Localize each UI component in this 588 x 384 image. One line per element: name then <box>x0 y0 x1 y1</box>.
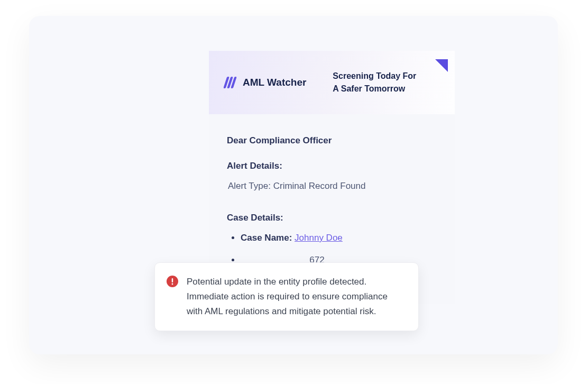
tagline-line-1: Screening Today For <box>333 70 416 83</box>
alert-toast: Potential update in the entity profile d… <box>154 262 419 331</box>
email-header: AML Watcher Screening Today For A Safer … <box>209 51 455 114</box>
alert-details-heading: Alert Details: <box>227 161 437 171</box>
alert-type-row: Alert Type: Criminal Record Found <box>227 181 437 191</box>
brand-name: AML Watcher <box>243 77 306 88</box>
svg-marker-3 <box>435 59 448 72</box>
case-name-link[interactable]: Johnny Doe <box>295 233 343 243</box>
corner-accent-icon <box>435 59 448 72</box>
brand-logo-icon <box>224 76 237 89</box>
brand-logo: AML Watcher <box>224 76 306 89</box>
case-details-list: Case Name: Johnny Doe Case ID: xxxxxxx67… <box>227 233 437 266</box>
case-details-heading: Case Details: <box>227 213 437 223</box>
alert-type-value: Criminal Record Found <box>273 181 366 191</box>
svg-rect-5 <box>172 278 173 282</box>
app-panel: AML Watcher Screening Today For A Safer … <box>29 16 558 354</box>
alert-toast-message: Potential update in the entity profile d… <box>187 275 405 319</box>
tagline-line-2: A Safer Tomorrow <box>333 83 416 95</box>
case-name-label: Case Name: <box>241 233 295 243</box>
alert-icon <box>167 276 178 287</box>
email-greeting: Dear Compliance Officer <box>227 135 437 146</box>
svg-point-6 <box>172 284 173 285</box>
alert-type-label: Alert Type: <box>228 181 273 191</box>
brand-tagline: Screening Today For A Safer Tomorrow <box>333 70 416 95</box>
case-name-item: Case Name: Johnny Doe <box>241 233 437 243</box>
